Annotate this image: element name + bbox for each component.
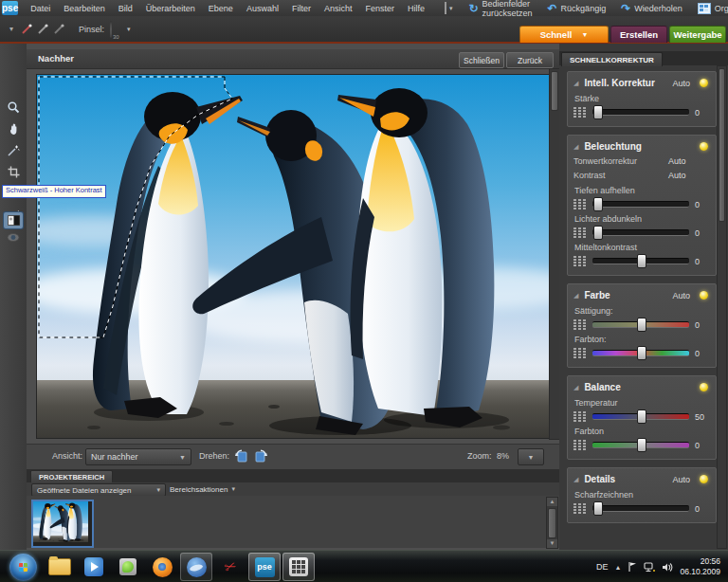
thunderbird-taskbar-button[interactable] (180, 553, 212, 581)
collapse-icon[interactable]: ◢ (573, 143, 578, 151)
menu-ebene[interactable]: Ebene (202, 4, 240, 13)
zoom-select[interactable]: ▼ (518, 448, 544, 465)
farbton-slider[interactable] (592, 350, 689, 356)
collapse-icon[interactable]: ◢ (573, 476, 578, 483)
preview-grid-icon[interactable] (573, 411, 587, 423)
brush-preview[interactable]: 30 (110, 22, 124, 36)
lightbulb-icon[interactable] (700, 475, 708, 483)
auto-button[interactable]: Auto (668, 171, 710, 180)
scroll-down-icon[interactable]: ▼ (547, 539, 557, 548)
menu-bearbeiten[interactable]: Bearbeiten (57, 4, 112, 13)
slider-thumb[interactable] (593, 197, 603, 211)
back-button[interactable]: Zurück (506, 52, 554, 68)
hand-tool[interactable] (4, 120, 23, 136)
pse-taskbar-button[interactable]: pse (248, 553, 281, 581)
staerke-slider[interactable] (592, 109, 689, 116)
lichter-abdunkeln-slider[interactable] (592, 229, 689, 236)
preview-grid-icon[interactable] (573, 199, 587, 210)
slider-thumb[interactable] (637, 409, 646, 424)
chevron-down-icon[interactable]: ▾ (9, 25, 13, 33)
auto-button[interactable]: Auto (668, 156, 710, 166)
preview-grid-icon[interactable] (573, 227, 587, 239)
slider-thumb[interactable] (637, 254, 646, 268)
image-canvas[interactable] (36, 74, 550, 439)
slider-thumb[interactable] (637, 438, 646, 452)
slider-thumb[interactable] (593, 501, 603, 516)
firefox-taskbar-button[interactable] (146, 553, 178, 581)
auto-button[interactable]: Auto (672, 291, 690, 300)
lightbulb-icon[interactable] (700, 79, 708, 87)
preview-grid-icon[interactable] (573, 319, 587, 331)
tab-erstellen[interactable]: Erstellen (610, 26, 667, 43)
taskbar-clock[interactable]: 20:56 06.10.2009 (680, 556, 720, 577)
zoom-tool[interactable] (4, 99, 23, 115)
start-button[interactable] (9, 554, 37, 581)
snipping-tool-taskbar-button[interactable]: ✂ (214, 553, 246, 581)
lightbulb-icon[interactable] (700, 383, 708, 391)
schnellkorrektur-tab[interactable]: SCHNELLKORREKTUR (561, 52, 663, 66)
slider-thumb[interactable] (593, 226, 603, 240)
project-bin-tab[interactable]: PROJEKTBEREICH (30, 470, 113, 483)
media-player-taskbar-button[interactable] (78, 553, 110, 581)
tab-weitergabe[interactable]: Weitergabe (669, 26, 726, 43)
undo-button[interactable]: ↶ Rückgängig (542, 1, 612, 15)
blue-sky-tool[interactable] (4, 229, 23, 246)
slider-thumb[interactable] (637, 318, 646, 332)
explorer-taskbar-button[interactable] (44, 553, 76, 581)
scrollbar-thumb[interactable] (548, 508, 556, 538)
menu-filter[interactable]: Filter (285, 4, 318, 13)
menu-ansicht[interactable]: Ansicht (318, 4, 359, 13)
saettigung-slider[interactable] (592, 321, 689, 328)
open-file-thumbnail[interactable] (31, 500, 94, 548)
organizer-taskbar-button[interactable] (282, 553, 315, 581)
preview-grid-icon[interactable] (573, 440, 587, 451)
scroll-up-icon[interactable]: ▲ (547, 498, 557, 506)
preview-grid-icon[interactable] (573, 107, 587, 118)
scrollbar-thumb[interactable] (551, 71, 558, 111)
tray-expand-icon[interactable]: ▲ (615, 564, 622, 571)
bin-actions-dropdown[interactable]: Bereichsaktionen ▾ (165, 483, 240, 495)
mitteltonkontrast-slider[interactable] (592, 258, 689, 264)
chevron-down-icon[interactable]: ▾ (449, 5, 453, 12)
balance-farbton-slider[interactable] (592, 442, 689, 448)
menu-datei[interactable]: Datei (24, 4, 57, 13)
app-taskbar-button[interactable] (112, 553, 144, 581)
black-white-contrast-tool[interactable] (4, 212, 23, 228)
menu-hilfe[interactable]: Hilfe (401, 4, 431, 13)
volume-icon[interactable] (662, 562, 673, 573)
preview-grid-icon[interactable] (573, 256, 587, 267)
tab-schnell[interactable]: Schnell ▼ (519, 26, 609, 43)
view-select[interactable]: Nur nachher ▼ (85, 448, 191, 465)
quick-selection-tool[interactable] (4, 142, 23, 158)
workspace-layout-icon[interactable] (445, 2, 446, 14)
add-selection-brush-icon[interactable] (37, 23, 49, 35)
action-center-flag-icon[interactable] (628, 561, 637, 573)
temperatur-slider[interactable] (592, 413, 689, 420)
open-files-dropdown[interactable]: Geöffnete Dateien anzeigen ▾ (31, 483, 166, 497)
chevron-down-icon[interactable]: ▾ (127, 26, 131, 33)
auto-button[interactable]: Auto (672, 475, 690, 484)
lightbulb-icon[interactable] (700, 291, 708, 300)
collapse-icon[interactable]: ◢ (573, 292, 578, 300)
crop-tool[interactable] (4, 164, 23, 180)
menu-auswahl[interactable]: Auswahl (240, 4, 285, 13)
language-indicator[interactable]: DE (596, 562, 609, 572)
redo-button[interactable]: ↷ Wiederholen (615, 1, 688, 15)
new-selection-brush-icon[interactable] (21, 23, 33, 35)
collapse-icon[interactable]: ◢ (573, 384, 578, 391)
subtract-selection-brush-icon[interactable] (53, 23, 65, 35)
menu-ueberarbeiten[interactable]: Überarbeiten (139, 4, 202, 13)
tiefen-aufhellen-slider[interactable] (592, 201, 689, 208)
close-view-button[interactable]: Schließen (459, 52, 504, 68)
rotate-left-button[interactable] (233, 448, 249, 464)
reset-panels-button[interactable]: ↻ Bedienfelder zurücksetzen (463, 1, 537, 15)
lightbulb-icon[interactable] (700, 142, 708, 151)
menu-fenster[interactable]: Fenster (358, 4, 401, 13)
scharfzeichnen-slider[interactable] (592, 505, 689, 512)
slider-thumb[interactable] (593, 105, 603, 119)
auto-button[interactable]: Auto (672, 79, 690, 88)
panel-scrollbar[interactable] (717, 65, 727, 549)
collapse-icon[interactable]: ◢ (573, 80, 578, 87)
bin-scrollbar[interactable]: ▲ ▼ (546, 497, 558, 549)
preview-grid-icon[interactable] (573, 503, 587, 515)
